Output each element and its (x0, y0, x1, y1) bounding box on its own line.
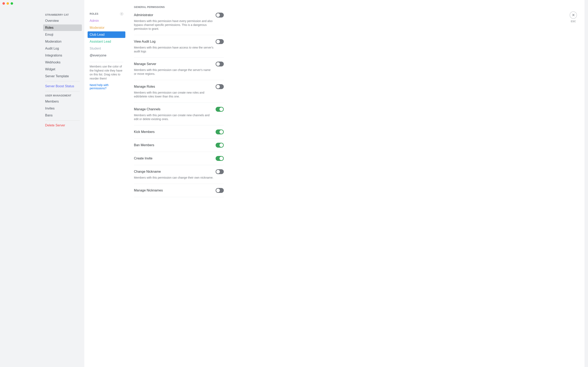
close-icon: ✕ (572, 13, 575, 17)
window-close-button[interactable] (2, 2, 5, 5)
permission-toggle[interactable] (216, 188, 224, 193)
sidebar-item-server-template[interactable]: Server Template (43, 73, 82, 80)
sidebar-item-label: Server Template (45, 75, 69, 78)
add-role-icon[interactable] (120, 12, 123, 16)
role-item[interactable]: Assistant Lead (87, 38, 125, 45)
window-controls (2, 2, 13, 5)
permission-name: Manage Nicknames (134, 189, 163, 192)
permission-name: Manage Roles (134, 85, 155, 89)
permission-row: Change Nickname (134, 169, 224, 174)
sidebar-item-integrations[interactable]: Integrations (43, 52, 82, 59)
permission-toggle[interactable] (216, 39, 224, 44)
window-minimize-button[interactable] (7, 2, 9, 5)
role-item[interactable]: Club Lead (87, 31, 125, 38)
permission-item: Manage ChannelsMembers with this permiss… (134, 103, 224, 125)
settings-window: STRAWBERRY CAT Overview Roles Emoji Mode… (0, 0, 588, 367)
roles-hint-text: Members use the color of the highest rol… (87, 65, 125, 81)
sidebar-item-label: Widget (45, 67, 55, 71)
sidebar-divider (45, 91, 80, 91)
permission-toggle[interactable] (216, 84, 224, 89)
sidebar-item-moderation[interactable]: Moderation (43, 38, 82, 45)
role-label: Student (90, 47, 101, 50)
roles-column: ROLES AdminModeratorClub LeadAssistant L… (84, 0, 128, 367)
roles-list: AdminModeratorClub LeadAssistant LeadStu… (87, 17, 125, 59)
roles-heading-label: ROLES (90, 12, 98, 15)
permission-item: Create Invite (134, 152, 224, 165)
permission-row: Manage Channels (134, 107, 224, 112)
permission-toggle[interactable] (216, 62, 224, 67)
permission-description: Members with this permission can change … (134, 176, 214, 180)
permission-description: Members with this permission have every … (134, 19, 214, 31)
permission-row: View Audit Log (134, 39, 224, 44)
permission-toggle[interactable] (216, 143, 224, 148)
sidebar-item-invites[interactable]: Invites (43, 105, 82, 112)
sidebar-item-label: Bans (45, 114, 52, 117)
sidebar-item-label: Roles (45, 26, 53, 29)
role-item[interactable]: Moderator (87, 25, 125, 31)
permission-item: Ban Members (134, 139, 224, 152)
permission-item: Manage ServerMembers with this permissio… (134, 58, 224, 80)
permissions-section-title: GENERAL PERMISSIONS (134, 6, 224, 8)
permission-name: Manage Channels (134, 108, 160, 111)
role-label: @everyone (90, 54, 106, 57)
role-label: Admin (90, 19, 99, 22)
sidebar-item-audit-log[interactable]: Audit Log (43, 45, 82, 52)
sidebar-divider (45, 81, 80, 81)
permissions-panel[interactable]: GENERAL PERMISSIONS AdministratorMembers… (128, 0, 562, 367)
permission-toggle[interactable] (216, 13, 224, 17)
close-settings-button[interactable]: ✕ (570, 11, 577, 19)
sidebar-item-members[interactable]: Members (43, 98, 82, 105)
permission-name: Change Nickname (134, 170, 161, 174)
sidebar-item-label: Server Boost Status (45, 84, 74, 88)
permission-row: Ban Members (134, 143, 224, 148)
role-label: Moderator (90, 26, 104, 29)
permission-name: Create Invite (134, 157, 153, 160)
sidebar-item-overview[interactable]: Overview (43, 17, 82, 24)
esc-label: ESC (571, 20, 576, 23)
role-item[interactable]: Student (87, 45, 125, 52)
sidebar-item-label: Audit Log (45, 47, 59, 50)
permissions-help-link[interactable]: Need help with permissions? (87, 81, 125, 90)
roles-header: ROLES (87, 12, 125, 17)
permission-row: Administrator (134, 13, 224, 17)
sidebar-item-widget[interactable]: Widget (43, 66, 82, 73)
role-label: Club Lead (90, 33, 104, 36)
sidebar-item-boost-status[interactable]: Server Boost Status (43, 83, 82, 90)
permission-name: Kick Members (134, 130, 155, 134)
sidebar-item-label: Overview (45, 19, 59, 22)
permission-item: Manage Nicknames (134, 184, 224, 197)
permission-item: View Audit LogMembers with this permissi… (134, 35, 224, 58)
sidebar-item-label: Moderation (45, 40, 61, 43)
user-management-heading: USER MANAGEMENT (43, 93, 82, 98)
permission-description: Members with this permission can create … (134, 91, 214, 99)
sidebar-item-emoji[interactable]: Emoji (43, 31, 82, 38)
permission-toggle[interactable] (216, 107, 224, 112)
role-item[interactable]: @everyone (87, 52, 125, 59)
permission-toggle[interactable] (216, 129, 224, 134)
server-name-heading: STRAWBERRY CAT (43, 12, 82, 17)
permission-description: Members with this permission can create … (134, 113, 214, 121)
sidebar-item-bans[interactable]: Bans (43, 112, 82, 119)
permission-row: Manage Nicknames (134, 188, 224, 193)
sidebar-item-delete-server[interactable]: Delete Server (43, 122, 82, 129)
permission-name: Manage Server (134, 62, 156, 66)
permission-item: Change NicknameMembers with this permiss… (134, 165, 224, 184)
sidebar-item-label: Emoji (45, 33, 53, 36)
permission-toggle[interactable] (216, 156, 224, 161)
permission-name: Administrator (134, 13, 153, 17)
permission-toggle[interactable] (216, 169, 224, 174)
permission-row: Create Invite (134, 156, 224, 161)
settings-sidebar: STRAWBERRY CAT Overview Roles Emoji Mode… (0, 0, 84, 367)
permission-item: Kick Members (134, 125, 224, 139)
scrollbar-gutter (585, 0, 588, 367)
permission-name: Ban Members (134, 143, 154, 147)
window-zoom-button[interactable] (11, 2, 13, 5)
permission-row: Kick Members (134, 129, 224, 134)
sidebar-item-webhooks[interactable]: Webhooks (43, 59, 82, 66)
role-item[interactable]: Admin (87, 17, 125, 24)
permission-description: Members with this permission can change … (134, 68, 214, 76)
sidebar-item-roles[interactable]: Roles (43, 25, 82, 31)
permission-description: Members with this permission have access… (134, 46, 214, 53)
permission-row: Manage Roles (134, 84, 224, 89)
sidebar-item-label: Members (45, 100, 59, 103)
